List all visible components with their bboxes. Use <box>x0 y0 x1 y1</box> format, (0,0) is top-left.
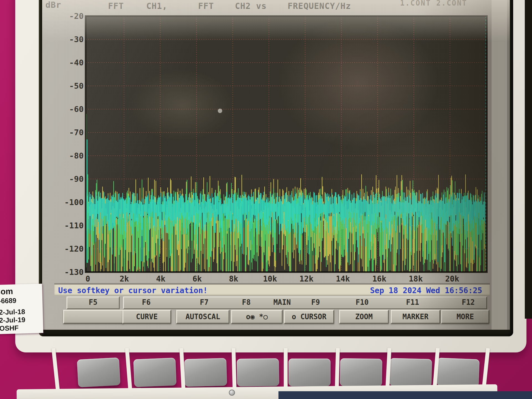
hardware-softkey-button-2[interactable] <box>133 358 177 387</box>
trace1-type-label: FFT <box>108 1 124 11</box>
instrument-screen: dBr FFT CH1, FFT CH2 vs FREQUENCY/Hz 1.C… <box>42 0 510 330</box>
hardware-softkey-button-7[interactable] <box>389 358 432 387</box>
x-axis-tick-label: 10k <box>263 274 277 283</box>
x-axis-tick-label: 14k <box>336 274 350 283</box>
softkey-more-button[interactable]: MORE <box>441 310 489 324</box>
y-axis-tick-label: -60 <box>45 104 84 114</box>
inventory-sticker: Com4-668912-Jul-1812-Jul-19JOSHF <box>0 284 43 334</box>
hardware-softkey-button-6[interactable] <box>340 358 382 387</box>
audio-analyzer-front-panel: dBr FFT CH1, FFT CH2 vs FREQUENCY/Hz 1.C… <box>0 0 532 399</box>
fkey-label-f7: F7 <box>200 298 208 306</box>
spectrum-traces-canvas <box>86 16 487 272</box>
fft-spectrum-plot <box>86 16 487 272</box>
x-axis-title: FREQUENCY/Hz <box>288 1 351 11</box>
fkey-label-f11: F11 <box>406 298 419 306</box>
y-axis-tick-label: -70 <box>45 128 84 137</box>
fkey-label-f6: F6 <box>142 298 150 306</box>
bezel-edge-shadow <box>525 0 532 319</box>
y-axis-unit-label: dBr <box>45 0 61 10</box>
y-axis-tick-label: -120 <box>45 244 84 254</box>
softkey-cursor-type-toggle[interactable]: o◉ *○ <box>231 310 283 324</box>
sticker-line: JOSHF <box>0 323 43 332</box>
hardware-softkey-button-3[interactable] <box>184 358 227 387</box>
fkey-label-f10: F10 <box>356 298 369 306</box>
analyzer-run-status: 1.CONT 2.CONT <box>400 0 467 7</box>
trace2-channel-label: CH2 vs <box>235 1 267 11</box>
x-axis-tick-label: 18k <box>409 274 423 283</box>
softkey-curve-button[interactable]: CURVE <box>122 310 171 324</box>
sticker-line: 12-Jul-18 <box>0 307 43 316</box>
fkey-label-f9: F9 <box>311 298 320 306</box>
x-axis-tick-label: 12k <box>300 274 314 283</box>
y-axis-tick-label: -90 <box>45 174 84 184</box>
panel-screw <box>229 390 235 396</box>
x-axis-tick-label: 2k <box>120 274 129 283</box>
softkey-marker-button[interactable]: MARKER <box>391 310 440 324</box>
y-axis-tick-label: -20 <box>45 11 84 21</box>
sticker-line: Com <box>0 285 42 297</box>
x-axis-tick-label: 0 <box>86 274 90 283</box>
screen-glare-strip <box>492 0 507 330</box>
hardware-softkey-button-5[interactable] <box>288 359 331 386</box>
f6-f12-label-box <box>123 296 487 309</box>
hardware-softkey-button-4[interactable] <box>237 358 279 387</box>
function-key-label-row: F5F6F7F8MAINF9F10F11F12 <box>42 296 510 309</box>
y-axis-tick-label: -110 <box>45 221 84 230</box>
x-axis-tick-label: 6k <box>193 274 202 283</box>
softkey-autoscale-button[interactable]: AUTOSCAL <box>176 310 229 324</box>
x-axis-tick-label: 8k <box>229 274 238 283</box>
status-message: Use softkey or cursor variation! <box>58 286 208 295</box>
y-axis-tick-label: -30 <box>45 35 84 44</box>
x-axis-tick-label: 4k <box>156 274 165 283</box>
sticker-line: 4-6689 <box>0 296 43 305</box>
trace1-channel-label: CH1, <box>146 1 167 11</box>
y-axis-tick-label: -130 <box>45 267 84 277</box>
y-axis-tick-label: -100 <box>45 198 84 207</box>
y-axis-tick-label: -40 <box>45 58 84 67</box>
softkey-zoom-button[interactable]: ZOOM <box>339 310 389 324</box>
y-axis-tick-label: -80 <box>45 151 84 160</box>
fkey-label-f12: F12 <box>462 298 475 306</box>
status-datetime: Sep 18 2024 Wed 16:56:25 <box>370 286 482 295</box>
x-axis-tick-label: 16k <box>372 274 387 283</box>
trace2-type-label: FFT <box>198 1 214 11</box>
y-axis-tick-label: -50 <box>45 81 84 91</box>
softkey-cursor-button[interactable]: o CURSOR <box>284 310 334 324</box>
hardware-softkey-button-8[interactable] <box>436 358 480 387</box>
status-bar: Use softkey or cursor variation! Sep 18 … <box>54 285 490 296</box>
softkey-blank <box>63 310 124 324</box>
desk-surface <box>278 391 532 399</box>
fkey-label-f5: F5 <box>89 298 97 306</box>
x-axis-tick-label: 20k <box>445 274 459 283</box>
fkey-label-main: MAIN <box>273 298 291 306</box>
softkey-button-row: CURVEAUTOSCALo◉ *○o CURSORZOOMMARKERMORE <box>42 309 510 325</box>
sticker-line: 12-Jul-19 <box>0 315 43 324</box>
hardware-softkey-button-1[interactable] <box>77 357 120 387</box>
fkey-label-f8: F8 <box>242 298 250 306</box>
